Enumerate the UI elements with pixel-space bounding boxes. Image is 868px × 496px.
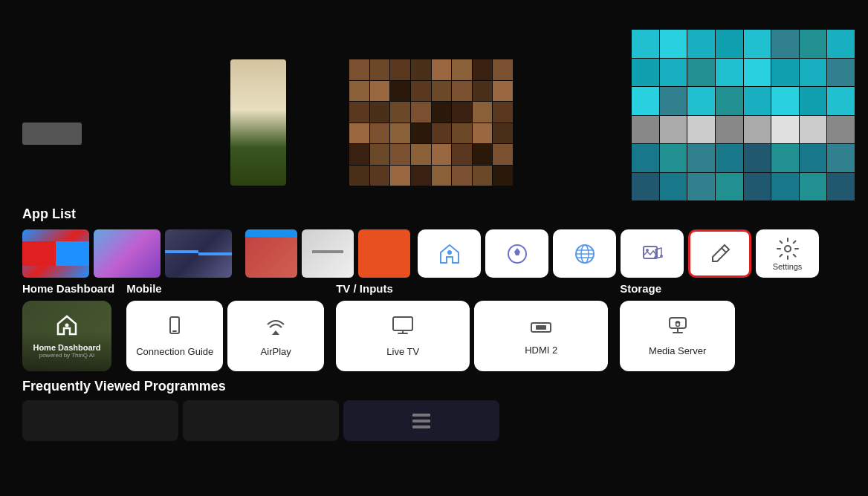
connection-guide-tile[interactable]: Connection Guide (126, 301, 223, 371)
settings-tile-label: Settings (773, 262, 803, 271)
svg-rect-17 (393, 317, 412, 330)
mobile-items: Connection Guide AirPlay (126, 301, 324, 371)
freq-thumb-2[interactable] (183, 400, 339, 441)
thumbnail-cream (230, 59, 286, 186)
live-tv-tile[interactable]: Live TV (336, 301, 470, 371)
tv-inputs-label: TV / Inputs (336, 282, 608, 295)
home-icon-tile[interactable] (418, 229, 481, 278)
frequently-viewed-label: Frequently Viewed Programmes (22, 379, 846, 394)
freq-thumb-3[interactable] (343, 400, 499, 441)
app-thumb-2[interactable] (94, 229, 161, 278)
thumbnail-teal (632, 30, 855, 200)
hdmi-icon (530, 317, 552, 340)
tv-inputs-group: TV / Inputs Live TV (336, 282, 608, 371)
frequently-viewed-row (22, 400, 846, 441)
main-content: App List (0, 206, 868, 496)
home-dashboard-tile[interactable]: Home Dashboard powered by ThinQ AI (22, 301, 111, 371)
tv-icon (392, 316, 414, 342)
svg-marker-2 (514, 248, 520, 255)
mobile-label: Mobile (126, 282, 324, 295)
svg-rect-27 (412, 420, 430, 422)
media-server-label: Media Server (649, 345, 706, 356)
airplay-icon (265, 316, 286, 342)
svg-point-11 (660, 255, 663, 258)
airplay-tile[interactable]: AirPlay (227, 301, 324, 371)
home-dashboard-tile-label: Home Dashboard (33, 343, 100, 352)
app-thumb-4[interactable] (245, 229, 297, 278)
thumbnail-brown (349, 59, 513, 186)
tv-inputs-items: Live TV HDMI 2 (336, 301, 608, 371)
svg-line-12 (722, 248, 726, 252)
home-dashboard-items: Home Dashboard powered by ThinQ AI (22, 301, 114, 371)
small-gray-placeholder (22, 123, 82, 145)
media-server-icon (667, 316, 689, 341)
soccer-icon-tile[interactable] (485, 229, 548, 278)
app-list-row: Settings (22, 229, 846, 278)
svg-point-9 (646, 249, 649, 252)
home-dashboard-label: Home Dashboard (22, 282, 114, 295)
settings-icon-tile[interactable]: Settings (756, 229, 819, 278)
svg-point-13 (785, 246, 791, 252)
home-dashboard-tile-sublabel: powered by ThinQ AI (39, 352, 95, 359)
storage-group: Storage Media Server (620, 282, 735, 371)
storage-items: Media Server (620, 301, 735, 371)
svg-rect-28 (412, 425, 430, 428)
mobile-group: Mobile Connection Guide (126, 282, 324, 371)
app-thumb-3[interactable] (165, 229, 232, 278)
sections-row: Home Dashboard Home Dashboard powered by… (22, 282, 846, 371)
media-server-tile[interactable]: Media Server (620, 301, 735, 371)
connection-guide-label: Connection Guide (136, 346, 213, 357)
app-thumb-1[interactable] (22, 229, 89, 278)
storage-label: Storage (620, 282, 735, 295)
svg-rect-26 (412, 414, 430, 417)
home-dashboard-group: Home Dashboard Home Dashboard powered by… (22, 282, 114, 371)
airplay-label: AirPlay (261, 346, 291, 357)
edit-icon-tile[interactable] (688, 229, 751, 278)
app-thumb-6[interactable] (358, 229, 410, 278)
mobile-icon (164, 316, 185, 342)
live-tv-label: Live TV (386, 346, 419, 357)
app-list-label: App List (22, 206, 846, 222)
photo-music-icon-tile[interactable] (621, 229, 684, 278)
svg-point-23 (676, 322, 679, 326)
app-thumb-5[interactable] (302, 229, 354, 278)
svg-rect-21 (536, 325, 546, 330)
svg-point-14 (65, 324, 69, 327)
freq-thumb-1[interactable] (22, 400, 178, 441)
svg-point-10 (654, 256, 657, 259)
hdmi2-tile[interactable]: HDMI 2 (474, 301, 608, 371)
hdmi2-label: HDMI 2 (525, 345, 557, 356)
svg-point-0 (447, 250, 452, 255)
globe-icon-tile[interactable] (553, 229, 616, 278)
